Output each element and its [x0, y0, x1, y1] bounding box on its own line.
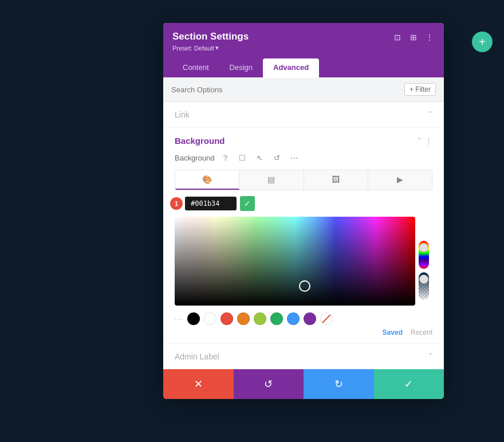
- color-confirm-button[interactable]: ✓: [240, 196, 255, 211]
- background-mobile-icon[interactable]: ☐: [236, 151, 249, 164]
- swatch-purple[interactable]: [304, 312, 316, 325]
- tabs-bar: Content Design Advanced: [163, 58, 444, 77]
- panel-header-icons: ⊡ ⊞ ⋮: [392, 32, 435, 42]
- undo-button[interactable]: ↺: [234, 369, 304, 399]
- link-chevron-icon: ˅: [428, 110, 432, 119]
- background-type-tabs: 🎨 ▤ 🖼 ▶: [175, 170, 432, 190]
- swatch-green[interactable]: [270, 312, 283, 325]
- swatch-orange[interactable]: [237, 312, 250, 325]
- background-undo-icon[interactable]: ↺: [270, 151, 283, 164]
- cancel-icon: ✕: [194, 378, 203, 390]
- expand-icon[interactable]: ⊡: [392, 32, 403, 42]
- tab-design[interactable]: Design: [219, 58, 263, 78]
- hue-slider[interactable]: [419, 241, 429, 269]
- tab-content[interactable]: Content: [172, 58, 219, 78]
- filter-button[interactable]: + Filter: [404, 83, 436, 96]
- link-label: Link: [175, 110, 190, 119]
- type-tab-color[interactable]: 🎨: [175, 170, 239, 190]
- opacity-slider[interactable]: [419, 272, 429, 300]
- swatch-black[interactable]: [187, 312, 200, 325]
- swatch-none[interactable]: [320, 312, 333, 325]
- panel-title: Section Settings: [172, 31, 249, 42]
- panel-content: Link ˅ Background ˄ ⋮ Background ? ☐ ↖ ↺…: [163, 102, 444, 369]
- step-badge: 1: [170, 197, 183, 210]
- background-more-icon[interactable]: ⋯: [288, 151, 300, 164]
- tab-advanced[interactable]: Advanced: [263, 58, 319, 78]
- swatches-row: ···: [175, 310, 432, 327]
- color-picker: 1 ✓: [175, 190, 432, 343]
- color-spectrum[interactable]: [175, 217, 415, 306]
- save-button[interactable]: ✓: [374, 369, 444, 399]
- spectrum-cursor[interactable]: [299, 280, 310, 292]
- background-options-icon[interactable]: ⋮: [425, 136, 432, 145]
- search-input[interactable]: [171, 85, 286, 94]
- undo-icon: ↺: [264, 378, 273, 390]
- background-toolbar-label: Background: [175, 154, 214, 162]
- background-toolbar: Background ? ☐ ↖ ↺ ⋯: [175, 151, 432, 164]
- background-help-icon[interactable]: ?: [219, 151, 231, 164]
- panel-preset[interactable]: Preset: Default ▾: [172, 44, 249, 52]
- columns-icon[interactable]: ⊞: [408, 32, 419, 42]
- swatch-red[interactable]: [220, 312, 233, 325]
- admin-label-text: Admin Label: [175, 352, 219, 361]
- panel-header-left: Section Settings Preset: Default ▾: [172, 31, 249, 52]
- background-collapse-icon[interactable]: ˄: [418, 136, 422, 145]
- save-icon: ✓: [404, 378, 413, 390]
- background-cursor-icon[interactable]: ↖: [253, 151, 266, 164]
- redo-icon: ↻: [334, 378, 343, 390]
- cancel-button[interactable]: ✕: [163, 369, 234, 399]
- swatch-blue[interactable]: [287, 312, 300, 325]
- plus-icon: +: [479, 36, 486, 48]
- swatch-lime[interactable]: [254, 312, 266, 325]
- hue-thumb[interactable]: [419, 243, 428, 252]
- panel-header: Section Settings Preset: Default ▾ ⊡ ⊞ ⋮: [163, 23, 444, 58]
- background-section: Background ˄ ⋮ Background ? ☐ ↖ ↺ ⋯ 🎨 ▤ …: [163, 128, 444, 344]
- redo-button[interactable]: ↻: [304, 369, 374, 399]
- more-icon[interactable]: ⋮: [424, 32, 435, 42]
- type-tab-image[interactable]: 🖼: [304, 170, 368, 190]
- plus-button[interactable]: +: [472, 32, 493, 52]
- swatch-more-button[interactable]: ···: [175, 314, 183, 323]
- saved-recent-tabs: Saved Recent: [175, 328, 432, 337]
- background-header: Background ˄ ⋮: [175, 136, 432, 146]
- section-settings-panel: Section Settings Preset: Default ▾ ⊡ ⊞ ⋮…: [163, 23, 444, 399]
- swatch-white[interactable]: [204, 312, 216, 325]
- sliders-column: [419, 241, 429, 300]
- admin-label-row[interactable]: Admin Label ˅: [163, 344, 444, 369]
- color-input-row: 1 ✓: [175, 196, 432, 211]
- link-section-row[interactable]: Link ˅: [163, 102, 444, 128]
- recent-tab[interactable]: Recent: [411, 328, 432, 337]
- bottom-toolbar: ✕ ↺ ↻ ✓: [163, 369, 444, 399]
- search-bar: + Filter: [163, 77, 444, 102]
- color-hex-input[interactable]: [185, 197, 237, 210]
- opacity-thumb[interactable]: [419, 275, 428, 284]
- background-header-right: ˄ ⋮: [418, 136, 432, 145]
- spectrum-area: [175, 217, 432, 306]
- type-tab-video[interactable]: ▶: [368, 170, 432, 190]
- type-tab-gradient[interactable]: ▤: [239, 170, 304, 190]
- saved-tab[interactable]: Saved: [383, 328, 403, 337]
- background-title: Background: [175, 136, 225, 146]
- admin-label-chevron-icon: ˅: [428, 352, 432, 361]
